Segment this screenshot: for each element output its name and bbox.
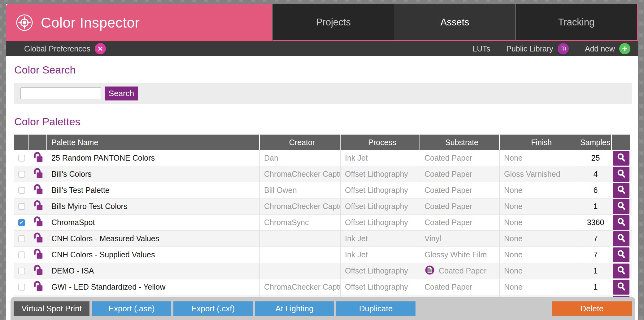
tools-icon[interactable] — [95, 43, 106, 54]
palette-name-cell: CNH Colors - Measured Values — [47, 231, 260, 247]
row-actions-cell — [612, 166, 630, 182]
substrate-cell: Vinyl — [420, 231, 500, 247]
lock-open-icon[interactable] — [33, 248, 43, 261]
lock-open-icon[interactable] — [33, 200, 43, 213]
row-actions-cell — [612, 215, 630, 230]
row-lock-cell — [29, 150, 47, 166]
color-search-heading: Color Search — [14, 64, 632, 76]
row-checkbox[interactable] — [18, 284, 25, 291]
inspect-palette-button[interactable] — [613, 280, 629, 295]
search-panel: Search — [14, 83, 632, 104]
row-checkbox-cell — [14, 247, 29, 263]
row-checkbox[interactable] — [18, 155, 25, 162]
creator-cell — [260, 231, 341, 247]
lock-open-icon[interactable] — [33, 264, 43, 278]
creator-cell: ChromaChecker Capture — [260, 198, 341, 214]
inspect-palette-button[interactable] — [613, 215, 629, 230]
table-row: CNH Colors - Supplied ValuesInk JetGloss… — [14, 247, 632, 263]
finish-cell: None — [500, 198, 579, 214]
substrate-cell: Coated Paper — [420, 150, 500, 166]
process-cell: Offset Lithography — [341, 182, 420, 198]
palette-name-cell: 25 Random PANTONE Colors — [47, 150, 260, 166]
row-checkbox-cell — [14, 166, 29, 182]
row-actions-cell — [612, 198, 630, 214]
virtual-spot-print-button[interactable]: Virtual Spot Print — [14, 301, 89, 316]
row-actions-cell — [612, 263, 630, 279]
lock-open-icon[interactable] — [33, 184, 43, 197]
process-cell: Offset Lithography — [341, 263, 420, 279]
color-palettes-heading: Color Palettes — [14, 116, 632, 128]
search-input[interactable] — [20, 87, 101, 99]
public-library-label: Public Library — [506, 44, 553, 53]
row-checkbox[interactable] — [18, 187, 25, 194]
export-ase-button[interactable]: Export (.ase) — [92, 301, 171, 316]
row-checkbox-cell — [14, 215, 29, 230]
row-checkbox-cell — [14, 198, 29, 214]
process-cell: Ink Jet — [341, 150, 420, 166]
target-icon — [15, 14, 33, 32]
export-cxf-button[interactable]: Export (.cxf) — [173, 301, 253, 316]
row-checkbox-checked[interactable] — [18, 219, 25, 226]
row-actions-cell — [612, 247, 630, 263]
inspect-palette-button[interactable] — [613, 167, 629, 182]
duplicate-button[interactable]: Duplicate — [336, 301, 416, 316]
row-actions-cell — [612, 182, 630, 198]
samples-cell: 7 — [579, 231, 612, 247]
inspect-palette-button[interactable] — [613, 264, 629, 278]
table-header-proc: Process — [341, 135, 420, 150]
creator-cell: ChromaChecker Capture — [260, 166, 341, 182]
book-icon[interactable] — [558, 43, 569, 54]
row-lock-cell — [29, 182, 47, 198]
app-header: Color Inspector ProjectsAssetsTracking — [6, 4, 638, 41]
row-actions-cell — [612, 231, 630, 247]
lock-open-icon[interactable] — [33, 152, 43, 165]
tab-assets[interactable]: Assets — [394, 4, 516, 40]
search-button[interactable]: Search — [105, 87, 138, 100]
inspect-palette-button[interactable] — [613, 231, 629, 246]
public-library-link[interactable]: Public Library — [506, 43, 568, 54]
row-checkbox[interactable] — [18, 268, 25, 274]
table-row: Bill's Test PaletteBill OwenOffset Litho… — [14, 182, 632, 198]
lock-open-icon[interactable] — [33, 216, 43, 229]
tab-tracking[interactable]: Tracking — [516, 4, 637, 40]
finish-cell: None — [500, 231, 579, 247]
row-checkbox[interactable] — [18, 235, 25, 242]
add-new-label: Add new — [585, 44, 615, 53]
row-checkbox[interactable] — [18, 203, 25, 210]
magnifier-icon — [616, 217, 627, 228]
finish-cell: None — [500, 247, 579, 263]
magnifier-icon — [616, 281, 627, 293]
samples-cell: 1 — [579, 263, 612, 279]
inspect-palette-button[interactable] — [613, 183, 629, 198]
substrate-cell: Coated Paper — [420, 166, 500, 182]
substrate-cell: Coated Paper — [420, 182, 500, 198]
table-row: Bills Myiro Test ColorsChromaChecker Cap… — [14, 198, 632, 215]
luts-link[interactable]: LUTs — [472, 44, 490, 53]
lock-open-icon[interactable] — [33, 232, 43, 245]
row-checkbox[interactable] — [18, 251, 25, 258]
lock-open-icon[interactable] — [33, 168, 43, 181]
row-checkbox[interactable] — [18, 171, 25, 178]
secondary-navbar: Global Preferences LUTs Public Library — [6, 41, 638, 56]
inspect-palette-button[interactable] — [613, 247, 629, 262]
global-preferences-label: Global Preferences — [24, 44, 90, 53]
inspect-palette-button[interactable] — [613, 199, 629, 214]
process-cell: Offset Lithography — [341, 166, 420, 182]
table-header-cell-empty — [29, 135, 47, 150]
delete-button[interactable]: Delete — [552, 301, 632, 316]
inspect-palette-button[interactable] — [613, 151, 629, 166]
process-cell: Ink Jet — [341, 231, 420, 247]
global-preferences-link[interactable]: Global Preferences — [24, 43, 106, 54]
at-lighting-button[interactable]: At Lighting — [255, 301, 334, 316]
plus-icon[interactable]: + — [619, 43, 630, 54]
lock-open-icon[interactable] — [33, 281, 43, 294]
add-new-link[interactable]: Add new + — [585, 43, 630, 54]
magnifier-icon — [616, 233, 627, 244]
app-root: Color Inspector ProjectsAssetsTracking G… — [0, 0, 644, 320]
row-lock-cell — [29, 231, 47, 247]
row-lock-cell — [29, 198, 47, 214]
row-lock-cell — [29, 166, 47, 182]
substrate-cell: Coated Paper — [420, 198, 500, 214]
tab-projects[interactable]: Projects — [273, 4, 394, 40]
content-card: Color Inspector ProjectsAssetsTracking G… — [6, 4, 638, 320]
